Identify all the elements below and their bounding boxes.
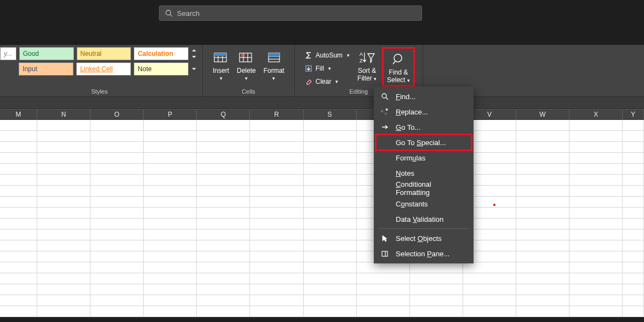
cell[interactable] — [304, 120, 357, 130]
cell[interactable] — [250, 219, 303, 229]
cell[interactable] — [37, 240, 90, 251]
cell[interactable] — [569, 240, 623, 251]
cell[interactable] — [197, 229, 250, 240]
cell[interactable] — [90, 251, 144, 262]
cell[interactable] — [90, 142, 144, 152]
menu-selection-pane[interactable]: Selection Pane... — [374, 246, 474, 261]
cell[interactable] — [0, 251, 37, 262]
cell[interactable] — [197, 262, 250, 273]
cell[interactable] — [357, 295, 410, 306]
cell[interactable] — [410, 273, 463, 284]
cell[interactable] — [516, 251, 569, 262]
cell[interactable] — [516, 164, 569, 174]
cell[interactable] — [623, 186, 644, 196]
cell[interactable] — [90, 262, 144, 273]
cell[interactable] — [357, 306, 410, 317]
cell[interactable] — [37, 131, 90, 141]
cell[interactable] — [304, 284, 357, 295]
cell[interactable] — [410, 306, 463, 317]
cell[interactable] — [144, 240, 197, 251]
cell[interactable] — [250, 273, 303, 284]
delete-button[interactable]: Delete ▾ — [235, 47, 258, 82]
cell[interactable] — [410, 284, 463, 295]
cell[interactable] — [197, 131, 250, 141]
cell[interactable] — [569, 273, 623, 284]
cell[interactable] — [304, 131, 357, 141]
cell[interactable] — [0, 219, 37, 229]
cell[interactable] — [623, 262, 644, 273]
cell[interactable] — [304, 142, 357, 152]
menu-formulas[interactable]: Formulas — [374, 150, 474, 165]
cell[interactable] — [250, 208, 303, 218]
style-note[interactable]: Note — [134, 62, 189, 76]
cell[interactable] — [197, 153, 250, 163]
cell[interactable] — [250, 197, 303, 207]
cell[interactable] — [37, 251, 90, 262]
cell[interactable] — [623, 251, 644, 262]
cell[interactable] — [197, 251, 250, 262]
cell[interactable] — [463, 273, 516, 284]
cell[interactable] — [0, 175, 37, 185]
cell[interactable] — [304, 306, 357, 317]
cell[interactable] — [304, 262, 357, 273]
cell[interactable] — [250, 229, 303, 240]
cell[interactable] — [516, 208, 569, 218]
cell[interactable] — [304, 240, 357, 251]
cell[interactable] — [623, 175, 644, 185]
cell[interactable] — [144, 175, 197, 185]
cell[interactable] — [90, 273, 144, 284]
cell[interactable] — [250, 251, 303, 262]
cell[interactable] — [516, 153, 569, 163]
menu-data-validation[interactable]: Data Validation — [374, 211, 474, 227]
cell[interactable] — [0, 295, 37, 306]
cell[interactable] — [37, 229, 90, 240]
cell[interactable] — [516, 306, 569, 317]
column-header[interactable]: R — [250, 110, 303, 119]
style-neutral[interactable]: Neutral — [77, 47, 132, 60]
cell[interactable] — [623, 131, 644, 141]
cell[interactable] — [623, 219, 644, 229]
cell[interactable] — [250, 153, 303, 163]
cell[interactable] — [90, 208, 144, 218]
autosum-button[interactable]: AutoSum▾ — [303, 50, 352, 60]
cell[interactable] — [37, 284, 90, 295]
sort-filter-button[interactable]: AZ Sort & Filter ▾ — [355, 47, 379, 83]
cell[interactable] — [37, 175, 90, 185]
cell[interactable] — [37, 219, 90, 229]
fill-button[interactable]: Fill▾ — [303, 64, 352, 73]
cell[interactable] — [569, 153, 623, 163]
cell[interactable] — [623, 306, 644, 317]
cell[interactable] — [197, 208, 250, 218]
cell[interactable] — [516, 142, 569, 152]
cell[interactable] — [569, 219, 623, 229]
cell[interactable] — [0, 262, 37, 273]
cell[interactable] — [569, 262, 623, 273]
cell[interactable] — [623, 153, 644, 163]
cell[interactable] — [144, 153, 197, 163]
cell[interactable] — [90, 240, 144, 251]
cell[interactable] — [37, 164, 90, 174]
cell[interactable] — [569, 164, 623, 174]
cell[interactable] — [250, 186, 303, 196]
cell[interactable] — [357, 273, 410, 284]
column-header[interactable]: Q — [197, 110, 250, 119]
menu-constants[interactable]: Constants — [374, 196, 474, 211]
style-input[interactable]: Input — [19, 62, 73, 76]
cell[interactable] — [516, 175, 569, 185]
cell[interactable] — [304, 229, 357, 240]
cell[interactable] — [304, 164, 357, 174]
cell[interactable] — [37, 142, 90, 152]
find-select-button[interactable]: Find & Select ▾ — [385, 49, 412, 85]
cell[interactable] — [569, 295, 623, 306]
cell[interactable] — [144, 251, 197, 262]
cell[interactable] — [37, 208, 90, 218]
column-header[interactable]: W — [516, 110, 569, 119]
cell[interactable] — [410, 262, 463, 273]
formula-bar[interactable] — [0, 97, 644, 109]
cell[interactable] — [37, 295, 90, 306]
cell[interactable] — [250, 142, 303, 152]
cell[interactable] — [144, 284, 197, 295]
cell[interactable] — [0, 142, 37, 152]
cell[interactable] — [90, 153, 144, 163]
cell[interactable] — [144, 164, 197, 174]
